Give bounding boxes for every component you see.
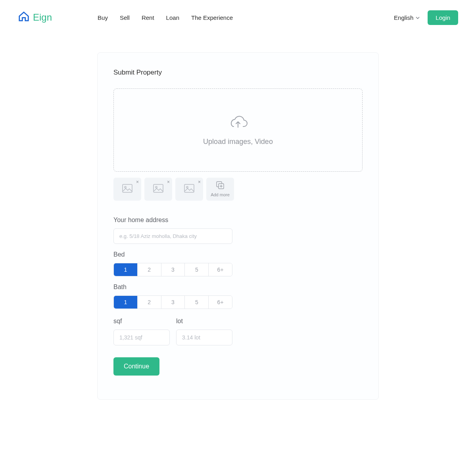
address-input[interactable]: [113, 228, 232, 244]
language-selector[interactable]: English: [394, 14, 420, 21]
sqf-col: sqf: [113, 318, 170, 345]
bath-option-2[interactable]: 2: [138, 296, 161, 309]
image-icon: [184, 184, 194, 194]
app-header: Eign Buy Sell Rent Loan The Experience E…: [0, 0, 476, 35]
bath-option-3[interactable]: 3: [161, 296, 185, 309]
thumbnail-1[interactable]: ×: [113, 178, 141, 201]
image-icon: [153, 184, 163, 194]
bed-option-3[interactable]: 3: [161, 263, 185, 276]
image-thumbnails: × × × Add more: [113, 178, 363, 201]
close-icon[interactable]: ×: [136, 179, 139, 185]
svg-point-3: [155, 186, 157, 188]
add-more-label: Add more: [211, 192, 230, 197]
upload-dropzone[interactable]: Upload images, Video: [113, 88, 363, 172]
bath-options: 1 2 3 5 6+: [113, 295, 232, 309]
svg-point-1: [125, 186, 126, 188]
size-row: sqf lot: [113, 318, 363, 345]
add-more-button[interactable]: Add more: [206, 178, 234, 201]
svg-rect-2: [154, 184, 163, 192]
main-nav: Buy Sell Rent Loan The Experience: [98, 14, 233, 21]
logo-text: Eign: [33, 12, 52, 23]
plus-stack-icon: [216, 181, 224, 191]
bed-options: 1 2 3 5 6+: [113, 263, 232, 276]
nav-loan[interactable]: Loan: [166, 14, 179, 21]
cloud-upload-icon: [228, 115, 248, 132]
nav-buy[interactable]: Buy: [98, 14, 108, 21]
bath-label: Bath: [113, 284, 363, 291]
chevron-down-icon: [416, 14, 420, 21]
lot-input[interactable]: [176, 330, 232, 345]
nav-rent[interactable]: Rent: [142, 14, 154, 21]
lot-label: lot: [176, 318, 232, 325]
language-label: English: [394, 14, 413, 21]
continue-button[interactable]: Continue: [113, 357, 159, 376]
nav-sell[interactable]: Sell: [120, 14, 130, 21]
sqf-input[interactable]: [113, 330, 170, 345]
thumbnail-3[interactable]: ×: [175, 178, 203, 201]
bed-option-2[interactable]: 2: [138, 263, 161, 276]
bed-option-5[interactable]: 5: [185, 263, 209, 276]
bath-option-6plus[interactable]: 6+: [209, 296, 232, 309]
logo[interactable]: Eign: [18, 11, 52, 24]
close-icon[interactable]: ×: [198, 179, 201, 185]
card-title: Submit Property: [113, 69, 363, 77]
svg-rect-0: [123, 184, 132, 192]
lot-col: lot: [176, 318, 232, 345]
house-icon: [18, 11, 30, 24]
login-button[interactable]: Login: [428, 10, 458, 25]
close-icon[interactable]: ×: [167, 179, 170, 185]
bath-option-1[interactable]: 1: [114, 296, 138, 309]
bed-option-1[interactable]: 1: [114, 263, 138, 276]
thumbnail-2[interactable]: ×: [144, 178, 172, 201]
svg-rect-4: [184, 184, 194, 192]
bed-label: Bed: [113, 251, 363, 258]
submit-property-card: Submit Property Upload images, Video × ×…: [97, 52, 379, 400]
address-label: Your home address: [113, 217, 363, 224]
image-icon: [122, 184, 132, 194]
header-right: English Login: [394, 10, 458, 25]
nav-experience[interactable]: The Experience: [191, 14, 233, 21]
svg-point-5: [186, 186, 188, 188]
sqf-label: sqf: [113, 318, 170, 325]
bath-option-5[interactable]: 5: [185, 296, 209, 309]
bed-option-6plus[interactable]: 6+: [209, 263, 232, 276]
upload-text: Upload images, Video: [203, 138, 273, 146]
